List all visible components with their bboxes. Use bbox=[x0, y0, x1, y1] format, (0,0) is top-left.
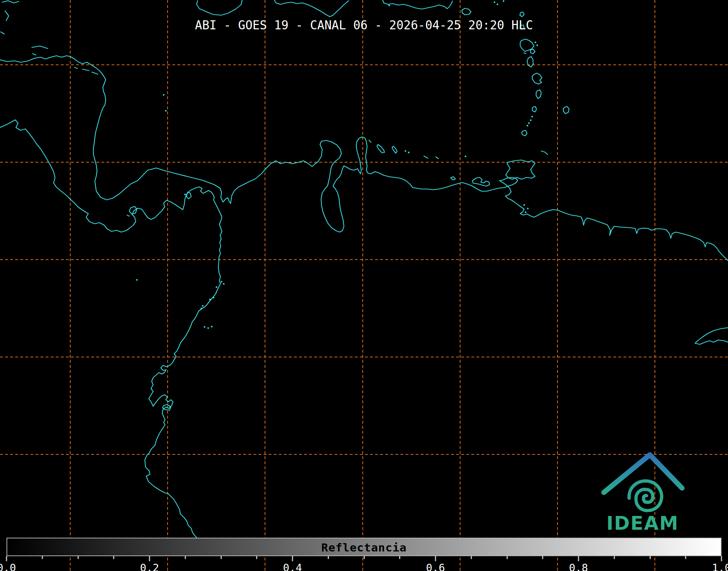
islet-dot bbox=[525, 211, 527, 213]
islet-dot bbox=[184, 194, 186, 196]
colorbar-tick-label: 1.0 bbox=[712, 562, 728, 571]
colorbar-label: Reflectancia bbox=[321, 541, 407, 554]
islet-dot bbox=[207, 327, 209, 329]
colorbar-minor-tick bbox=[220, 556, 222, 559]
colorbar-minor-tick bbox=[542, 556, 543, 559]
colorbar-minor-tick bbox=[685, 556, 686, 559]
colorbar-minor-tick bbox=[363, 556, 365, 559]
reflectance-colorbar: Reflectancia bbox=[7, 538, 721, 556]
islet-dot bbox=[527, 208, 529, 210]
islet-dot bbox=[503, 0, 505, 2]
islet-dot bbox=[213, 297, 215, 299]
colorbar-major-tick bbox=[292, 556, 293, 561]
colorbar-tick-label: 0.0 bbox=[0, 562, 16, 571]
colorbar-major-tick bbox=[149, 556, 150, 561]
islet-dot bbox=[216, 286, 218, 288]
islet-dot bbox=[494, 1, 496, 3]
islet-dot bbox=[221, 281, 223, 283]
page-title: ABI - GOES 19 - CANAL 06 - 2026-04-25 20… bbox=[195, 18, 533, 32]
colorbar-minor-tick bbox=[77, 556, 79, 559]
islet-dot bbox=[209, 299, 211, 301]
ideam-logo-text: IDEAM bbox=[606, 512, 679, 534]
islet-dot bbox=[201, 308, 202, 310]
islet-dot bbox=[527, 125, 529, 127]
islet-dot bbox=[531, 116, 533, 118]
colorbar-minor-tick bbox=[399, 556, 400, 559]
colorbar-minor-tick bbox=[649, 556, 651, 559]
islet-dot bbox=[405, 150, 407, 152]
colorbar-minor-tick bbox=[256, 556, 257, 559]
colorbar-major-tick bbox=[578, 556, 579, 561]
colorbar-axis: 0.00.20.40.60.81.0 bbox=[7, 556, 721, 571]
islet-dot bbox=[530, 119, 532, 121]
islet-dot bbox=[204, 326, 206, 328]
islet-dot bbox=[165, 110, 167, 112]
colorbar-minor-tick bbox=[113, 556, 114, 559]
colorbar-minor-tick bbox=[42, 556, 43, 559]
hurricane-spiral-icon bbox=[629, 481, 662, 511]
islet-dot bbox=[408, 152, 410, 154]
islet-dot bbox=[497, 4, 498, 5]
islet-dot bbox=[211, 326, 213, 328]
islet-dot bbox=[163, 94, 165, 96]
satellite-image-viewer: { "main": { "title": "ABI - GOES 19 - CA… bbox=[0, 0, 728, 571]
colorbar-minor-tick bbox=[506, 556, 508, 559]
colorbar-major-tick bbox=[6, 556, 7, 561]
colorbar-minor-tick bbox=[328, 556, 329, 559]
colorbar-minor-tick bbox=[614, 556, 615, 559]
islet-dot bbox=[465, 156, 467, 158]
colorbar-minor-tick bbox=[471, 556, 472, 559]
colorbar-minor-tick bbox=[185, 556, 186, 559]
islet-dot bbox=[136, 279, 138, 281]
mountain-roof-icon bbox=[604, 455, 682, 492]
ideam-logo: IDEAM bbox=[596, 448, 690, 535]
colorbar-tick-label: 0.6 bbox=[426, 562, 445, 571]
colorbar-tick-label: 0.2 bbox=[140, 562, 159, 571]
islet-dot bbox=[523, 204, 525, 206]
colorbar-tick-label: 0.4 bbox=[283, 562, 302, 571]
colorbar-major-tick bbox=[435, 556, 436, 561]
colorbar-major-tick bbox=[721, 556, 722, 561]
islet-dot bbox=[535, 42, 536, 43]
islet-dot bbox=[223, 283, 225, 285]
islet-dot bbox=[536, 45, 538, 46]
islet-dot bbox=[202, 305, 204, 307]
colorbar-tick-label: 0.8 bbox=[569, 562, 588, 571]
islet-dot bbox=[528, 122, 530, 124]
islet-dot bbox=[388, 5, 390, 7]
